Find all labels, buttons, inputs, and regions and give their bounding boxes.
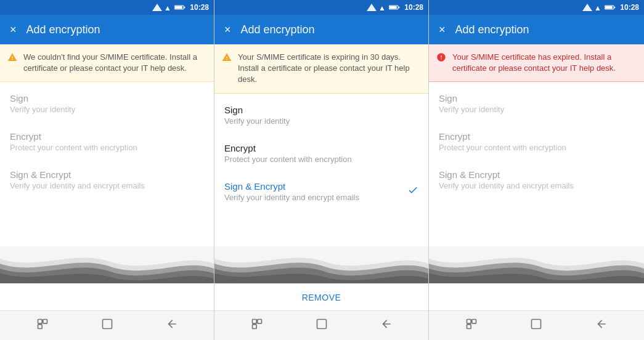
close-button[interactable]: × [10,23,17,36]
svg-rect-9 [102,320,112,329]
svg-rect-14 [399,7,400,9]
home-icon[interactable] [311,313,333,338]
svg-rect-18 [257,320,261,324]
remove-placeholder [0,283,214,310]
home-icon[interactable] [525,313,547,338]
menu-item-title: Sign & Encrypt [224,181,418,192]
alert-icon [7,52,17,66]
menu-item-title: Encrypt [224,143,418,153]
menu-item-subtitle: Verify your identity [439,105,634,114]
menu-item-subtitle: Verify your identity and encrypt emails [439,181,634,190]
menu-item-subtitle: Verify your identity and encrypt emails [224,193,418,202]
svg-rect-27 [467,325,471,329]
remove-section: REMOVE [214,283,428,310]
svg-rect-26 [467,320,471,324]
status-icons: ▲ 10:28 [582,3,639,12]
menu-item-subtitle: Verify your identity [10,105,204,114]
menu-item-title: Sign & Encrypt [10,169,204,180]
battery-icon [389,4,400,11]
back-icon[interactable] [161,313,183,338]
menu-item-0[interactable]: SignVerify your identity [429,84,644,123]
signal-icon [582,4,592,11]
menu-item-title: Sign [439,93,634,103]
menu-item-title: Encrypt [439,131,634,142]
svg-text:▲: ▲ [378,4,386,11]
signal-icon [367,4,377,11]
app-header: ×Add encryption [429,15,644,44]
menu-item-1[interactable]: EncryptProtect your content with encrypt… [429,123,644,161]
alert-text: Your S/MIME certificate has expired. Ins… [452,52,637,74]
recent-apps-icon[interactable] [246,313,268,338]
bottom-nav [214,310,428,340]
status-bar: ▲ 10:28 [0,0,214,15]
menu-item-subtitle: Verify your identity and encrypt emails [10,181,204,190]
menu-item-2[interactable]: Sign & EncryptVerify your identity and e… [0,161,214,199]
status-time: 10:28 [404,3,423,12]
status-time: 10:28 [620,3,639,12]
back-icon[interactable] [375,313,397,338]
alert-text: Your S/MIME certificate is expiring in 3… [238,52,421,86]
home-icon[interactable] [96,313,118,338]
svg-rect-19 [317,320,326,329]
signal-icon [152,4,162,11]
svg-rect-8 [43,320,47,324]
menu-item-2[interactable]: Sign & EncryptVerify your identity and e… [214,172,428,211]
phone-panel-panel2: ▲ 10:28 ×Add encryptionYour S/MIME certi… [214,0,429,340]
status-bar: ▲ 10:28 [429,0,644,15]
svg-rect-3 [175,6,182,9]
menu-item-2[interactable]: Sign & EncryptVerify your identity and e… [429,161,644,199]
menu-item-title: Sign & Encrypt [439,169,634,180]
wifi-icon: ▲ [164,4,173,11]
header-title: Add encryption [26,23,100,36]
recent-apps-icon[interactable] [31,313,54,338]
wave-divider [0,246,214,283]
close-button[interactable]: × [439,23,446,36]
svg-rect-17 [252,325,256,329]
svg-rect-7 [38,325,42,329]
menu-item-0[interactable]: SignVerify your identity [0,84,214,123]
remove-placeholder [429,283,644,310]
alert-banner: We couldn't find your S/MIME certificate… [0,44,214,82]
menu-list: SignVerify your identityEncryptProtect y… [429,82,644,246]
alert-banner: Your S/MIME certificate has expired. Ins… [429,44,644,82]
menu-item-subtitle: Verify your identity [224,116,418,126]
app-header: ×Add encryption [0,15,214,44]
svg-rect-6 [38,320,42,324]
status-time: 10:28 [190,3,209,12]
menu-item-1[interactable]: EncryptProtect your content with encrypt… [0,123,214,161]
back-icon[interactable] [590,313,613,338]
alert-text: We couldn't find your S/MIME certificate… [23,52,206,74]
header-title: Add encryption [241,23,315,36]
remove-button[interactable]: REMOVE [302,293,341,302]
alert-banner: Your S/MIME certificate is expiring in 3… [214,44,428,94]
app-header: ×Add encryption [214,15,428,44]
menu-item-title: Sign [10,93,204,103]
svg-rect-4 [184,7,185,9]
svg-rect-29 [532,320,541,329]
menu-item-subtitle: Protect your content with encryption [439,143,634,152]
status-bar: ▲ 10:28 [214,0,428,15]
bottom-nav [0,310,214,340]
svg-rect-24 [614,7,616,9]
menu-list: SignVerify your identityEncryptProtect y… [0,82,214,246]
wifi-icon: ▲ [378,4,387,11]
menu-item-subtitle: Protect your content with encryption [224,155,418,164]
alert-icon [222,52,232,66]
phone-panel-panel3: ▲ 10:28 ×Add encryptionYour S/MIME certi… [429,0,644,340]
status-icons: ▲ 10:28 [367,3,423,12]
svg-rect-28 [472,320,476,324]
alert-icon [436,52,446,66]
menu-item-subtitle: Protect your content with encryption [10,143,204,152]
menu-item-title: Encrypt [10,131,204,142]
svg-text:▲: ▲ [594,4,601,11]
close-button[interactable]: × [224,23,231,36]
menu-list: SignVerify your identityEncryptProtect y… [214,94,428,246]
status-icons: ▲ 10:28 [152,3,209,12]
header-title: Add encryption [455,23,529,36]
recent-apps-icon[interactable] [460,313,483,338]
svg-marker-0 [152,4,162,11]
menu-item-0[interactable]: SignVerify your identity [214,96,428,134]
battery-icon [174,4,185,11]
menu-item-1[interactable]: EncryptProtect your content with encrypt… [214,134,428,172]
svg-rect-23 [605,6,613,9]
